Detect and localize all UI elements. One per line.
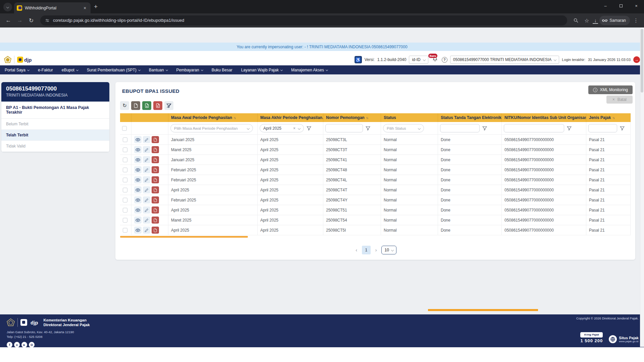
edit-button[interactable] xyxy=(143,136,150,143)
current-page[interactable]: 1 xyxy=(362,246,371,254)
tab-search-button[interactable] xyxy=(3,3,12,11)
edit-button[interactable] xyxy=(143,196,150,203)
clear-value-icon[interactable]: × xyxy=(293,126,296,131)
nav-menu-item[interactable]: Surat Pemberitahuan (SPT) xyxy=(87,68,140,72)
download-pdf-button[interactable] xyxy=(152,227,159,234)
nav-menu-item[interactable]: Bantuan xyxy=(149,68,168,72)
language-select[interactable]: id-ID xyxy=(409,56,428,64)
nitku-filter-input[interactable] xyxy=(504,124,564,132)
nav-menu-item[interactable]: Portal Saya xyxy=(5,68,29,72)
row-checkbox[interactable] xyxy=(123,178,127,182)
edit-button[interactable] xyxy=(143,156,150,163)
view-button[interactable] xyxy=(134,146,142,153)
view-button[interactable] xyxy=(134,186,142,193)
sort-icon[interactable]: ↑↓ xyxy=(233,116,235,120)
xml-monitoring-button[interactable]: i XML Monitoring xyxy=(588,85,633,94)
sidebar-item[interactable]: Belum Terbit xyxy=(1,119,109,130)
row-checkbox[interactable] xyxy=(123,147,127,152)
download-pdf-button[interactable] xyxy=(152,136,159,143)
edit-button[interactable] xyxy=(143,166,150,173)
edit-button[interactable] xyxy=(143,146,150,153)
browser-profile-chip[interactable]: Samaran xyxy=(599,16,630,25)
status-filter-select[interactable]: Pilih Status xyxy=(383,124,424,132)
address-bar[interactable]: coretaxdjp.pajak.go.id/withholding-slips… xyxy=(40,15,567,25)
funnel-icon[interactable] xyxy=(567,126,572,131)
prev-page-button[interactable]: ‹ xyxy=(354,247,359,253)
sort-icon[interactable]: ↑↓ xyxy=(366,116,368,120)
ttd-elektronik-filter-input[interactable] xyxy=(440,124,480,132)
x-twitter-icon[interactable]: x xyxy=(14,342,20,348)
nav-menu-item[interactable]: Layanan Wajib Pajak xyxy=(241,68,282,72)
download-pdf-button[interactable] xyxy=(152,176,159,183)
nav-menu-item[interactable]: Buku Besar xyxy=(212,68,232,72)
select-all-checkbox[interactable] xyxy=(122,126,127,131)
column-header[interactable]: Status xyxy=(381,113,438,122)
download-pdf-button[interactable] xyxy=(152,206,159,214)
download-pdf-button[interactable] xyxy=(152,146,159,153)
export-pdf-button[interactable] xyxy=(153,101,162,110)
forward-button[interactable]: → xyxy=(15,15,25,25)
help-icon[interactable]: ? xyxy=(442,57,447,63)
nav-menu-item[interactable]: eBupot xyxy=(62,68,78,72)
row-checkbox[interactable] xyxy=(123,168,127,172)
nomor-pemotongan-filter-input[interactable] xyxy=(325,124,363,132)
export-csv-button[interactable] xyxy=(131,101,140,110)
download-pdf-button[interactable] xyxy=(152,196,159,203)
download-pdf-button[interactable] xyxy=(152,186,159,193)
view-button[interactable] xyxy=(134,176,142,183)
view-button[interactable] xyxy=(134,196,142,203)
youtube-icon[interactable]: ▸ xyxy=(21,342,27,348)
row-checkbox[interactable] xyxy=(123,208,127,213)
edit-button[interactable] xyxy=(143,176,150,183)
jenis-pajak-filter-input[interactable] xyxy=(588,124,617,132)
edit-button[interactable] xyxy=(143,206,150,214)
funnel-icon[interactable] xyxy=(366,126,370,131)
zoom-icon[interactable] xyxy=(571,16,581,25)
funnel-icon[interactable] xyxy=(307,126,311,131)
tab-close-icon[interactable]: × xyxy=(82,5,88,11)
export-excel-button[interactable] xyxy=(142,101,151,110)
new-tab-button[interactable]: + xyxy=(94,3,98,10)
scrollbar-thumb[interactable] xyxy=(120,236,248,238)
window-maximize-button[interactable] xyxy=(613,0,629,11)
masa-akhir-filter-select[interactable]: April 2025 × xyxy=(260,124,304,132)
download-icon[interactable]: ↓ xyxy=(593,17,598,24)
column-header[interactable]: Nomor Pemotongan↑↓ xyxy=(323,113,381,122)
horizontal-scrollbar[interactable] xyxy=(120,236,631,238)
row-checkbox[interactable] xyxy=(123,158,127,162)
window-close-button[interactable]: × xyxy=(629,0,644,11)
view-button[interactable] xyxy=(134,156,142,163)
row-checkbox[interactable] xyxy=(123,188,127,192)
view-button[interactable] xyxy=(134,217,142,224)
download-pdf-button[interactable] xyxy=(152,217,159,224)
funnel-icon[interactable] xyxy=(482,126,487,131)
nav-menu-item[interactable]: Pembayaran xyxy=(176,68,203,72)
next-page-button[interactable]: › xyxy=(374,247,378,253)
back-button[interactable]: ← xyxy=(3,15,13,25)
funnel-icon[interactable] xyxy=(620,126,625,131)
download-pdf-button[interactable] xyxy=(152,156,159,163)
notification-bell[interactable]: Baru xyxy=(432,56,438,63)
view-button[interactable] xyxy=(134,136,142,143)
nav-menu-item[interactable]: e-Faktur xyxy=(38,68,53,72)
account-select[interactable]: 0508615499077000 TRINITI MEDIATAMA INDON… xyxy=(450,56,559,64)
view-button[interactable] xyxy=(134,206,142,214)
facebook-icon[interactable]: f xyxy=(7,342,12,348)
sort-icon[interactable]: ↑↓ xyxy=(612,116,614,120)
download-pdf-button[interactable] xyxy=(152,166,159,173)
logout-button[interactable]: → xyxy=(633,56,640,63)
clear-filter-button[interactable] xyxy=(164,101,173,110)
column-header[interactable]: Masa Awal Periode Penghasilan↑↓ xyxy=(168,113,258,122)
nav-menu-item[interactable]: Manajemen Akses xyxy=(291,68,328,72)
edit-button[interactable] xyxy=(143,217,150,224)
sidebar-item[interactable]: Tidak Valid xyxy=(1,141,109,152)
browser-menu-icon[interactable]: ⋮ xyxy=(631,16,641,25)
sidebar-item[interactable]: Telah Terbit xyxy=(1,130,109,141)
window-minimize-button[interactable]: – xyxy=(598,0,613,11)
row-checkbox[interactable] xyxy=(123,228,127,233)
row-checkbox[interactable] xyxy=(123,137,127,142)
batal-button[interactable]: × Batal xyxy=(606,96,633,104)
page-size-select[interactable]: 10 xyxy=(381,246,396,254)
row-checkbox[interactable] xyxy=(123,198,127,202)
column-header[interactable]: NITKU/Nomor Identitas Sub Unit Organisas… xyxy=(502,113,586,122)
